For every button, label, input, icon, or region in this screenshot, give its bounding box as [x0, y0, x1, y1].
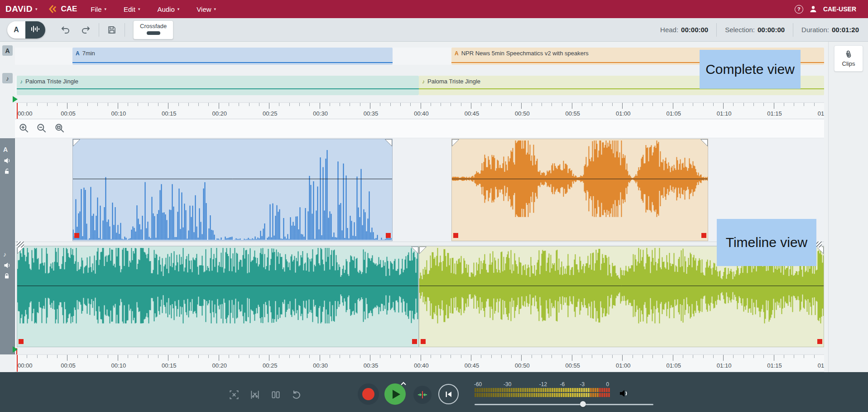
track-music-mute-button[interactable] — [3, 262, 11, 271]
fade-out-handle[interactable] — [700, 139, 708, 146]
clips-panel-button[interactable]: Clips — [834, 45, 863, 72]
volume-slider[interactable] — [475, 401, 653, 407]
mode-waveform-button[interactable] — [25, 21, 45, 39]
fade-out-handle[interactable] — [816, 247, 824, 254]
meter-segment — [502, 393, 504, 397]
overview-clip-7min[interactable]: A7min — [72, 48, 393, 65]
overview-clip-paloma-1[interactable]: ♪Paloma Triste Jingle — [17, 76, 419, 95]
trim-marker-right[interactable] — [817, 339, 822, 344]
meter-segment — [497, 393, 499, 397]
fade-in-handle[interactable] — [419, 247, 427, 254]
ruler-tick-label: 00:50 — [515, 362, 530, 369]
overview-track-a-tile[interactable]: A — [2, 45, 13, 56]
chevron-down-icon: ▾ — [138, 7, 140, 11]
trim-marker-right[interactable] — [412, 339, 417, 344]
undo-button[interactable] — [61, 25, 71, 35]
duration-readout: Duration:00:01:20 — [801, 26, 859, 34]
track-music-label[interactable]: ♪ — [3, 250, 6, 258]
ruler-tick — [57, 103, 58, 106]
meter-segment — [545, 388, 547, 392]
edit-mode-toggle: A — [7, 21, 45, 39]
timeline-clip-paloma-1[interactable] — [17, 246, 419, 347]
trim-marker-left[interactable] — [453, 233, 458, 238]
monitor-mute-button[interactable]: ox="0 0 24 22" viewBox="0 0 24 22" fill=… — [619, 388, 629, 400]
menu-file[interactable]: File▾ — [91, 5, 106, 13]
workspace: A ♪ A7min ANPR News 5min Speechmatics v2… — [0, 42, 868, 372]
timeline-clip-7min[interactable] — [72, 139, 393, 241]
play-options-caret[interactable] — [400, 379, 407, 388]
meter-segment — [551, 388, 553, 392]
volume-slider-knob[interactable] — [580, 401, 586, 407]
mode-text-button[interactable]: A — [7, 21, 25, 39]
timeline-clip-npr-news[interactable] — [451, 139, 708, 241]
trim-marker-left[interactable] — [421, 339, 426, 344]
titlebar-right: ? CAE-USER — [795, 5, 868, 14]
crossfade-button[interactable]: Crossfade — [133, 20, 173, 39]
menu-audio[interactable]: Audio▾ — [157, 5, 179, 13]
ruler-tick — [330, 355, 330, 358]
overview-playhead[interactable] — [13, 96, 18, 102]
track-resize-grip[interactable] — [17, 242, 24, 247]
save-button[interactable] — [107, 25, 116, 34]
meter-segment — [513, 388, 515, 392]
play-to-cursor-button[interactable] — [413, 386, 432, 404]
cut-here-button[interactable] — [248, 388, 262, 402]
trim-marker-left[interactable] — [74, 233, 79, 238]
timeline-ruler[interactable]: 00:0000:0500:1000:1500:2000:2500:3000:35… — [15, 354, 824, 372]
meter-segment — [579, 388, 580, 392]
revert-edit-button[interactable] — [290, 388, 303, 402]
status-separator — [716, 23, 717, 37]
ruler-tick — [572, 103, 572, 109]
split-clip-button[interactable] — [269, 388, 283, 402]
go-to-start-button[interactable] — [438, 384, 459, 404]
ruler-tick-label: 00:45 — [465, 362, 480, 369]
timeline-playhead[interactable] — [13, 346, 18, 353]
menu-edit[interactable]: Edit▾ — [124, 5, 140, 13]
track-a-lock-toggle[interactable] — [3, 168, 10, 177]
user-icon[interactable] — [809, 5, 817, 13]
clip-label: 7min — [82, 50, 95, 57]
fade-out-handle[interactable] — [411, 247, 418, 254]
ruler-tick — [340, 355, 340, 358]
fade-in-handle[interactable] — [17, 247, 24, 254]
ruler-tick — [784, 103, 784, 106]
zoom-out-button[interactable] — [34, 121, 49, 136]
record-button[interactable] — [358, 383, 379, 405]
cut-selection-button[interactable] — [227, 388, 241, 402]
zoom-fit-button[interactable] — [53, 121, 67, 136]
trim-marker-left[interactable] — [19, 339, 24, 344]
trim-marker-right[interactable] — [386, 233, 391, 238]
chevron-down-icon: ▾ — [35, 7, 38, 11]
menu-view[interactable]: View▾ — [197, 5, 216, 13]
playhead-line[interactable] — [17, 103, 18, 119]
clip-type-a-icon: A — [76, 50, 80, 57]
fade-in-handle[interactable] — [73, 139, 80, 146]
ruler-tick — [551, 103, 552, 106]
ruler-tick — [57, 355, 58, 358]
meter-segment — [588, 393, 590, 397]
fade-out-handle[interactable] — [385, 139, 392, 146]
david-logo-menu[interactable]: DAViD ▾ — [5, 4, 37, 14]
help-icon[interactable]: ? — [795, 5, 803, 14]
meter-segment — [567, 388, 569, 392]
fade-in-handle[interactable] — [452, 139, 459, 146]
zoom-in-button[interactable] — [17, 121, 31, 136]
ruler-tick-label: 01:20 — [818, 110, 824, 117]
meter-segment — [592, 388, 594, 392]
track-a-mute-button[interactable] — [3, 157, 11, 166]
ruler-tick — [461, 355, 461, 358]
overview-ruler[interactable]: 00:0000:0500:1000:1500:2000:2500:3000:35… — [15, 102, 824, 119]
redo-button[interactable] — [81, 25, 91, 35]
ruler-tick — [471, 103, 471, 109]
overview-track-music-tile[interactable]: ♪ — [2, 73, 13, 83]
track-music-lock-toggle[interactable] — [3, 272, 10, 281]
ruler-tick — [410, 103, 411, 106]
volume-slider-track[interactable] — [475, 404, 653, 405]
playhead-line[interactable] — [17, 355, 18, 372]
ruler-tick-label: 00:55 — [566, 110, 580, 117]
trim-marker-right[interactable] — [701, 233, 706, 238]
track-a-label[interactable]: A — [3, 145, 8, 154]
ruler-tick-label: 00:35 — [364, 110, 379, 117]
meter-segment — [554, 393, 556, 397]
meter-segment — [504, 393, 506, 397]
